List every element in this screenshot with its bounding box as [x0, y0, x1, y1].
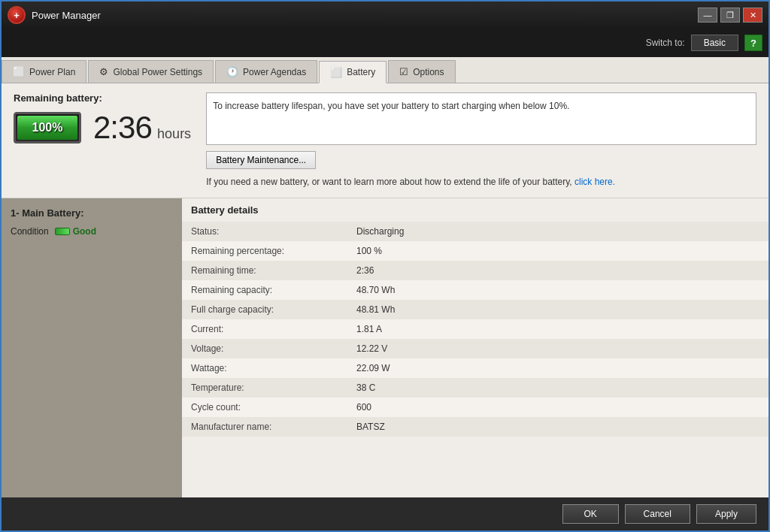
right-section: To increase battery lifespan, you have s…: [206, 92, 756, 189]
hours-label: hours: [157, 126, 191, 141]
restore-button[interactable]: ❐: [720, 8, 740, 23]
bottom-section: 1- Main Battery: Condition Good Battery …: [2, 198, 768, 497]
sidebar: 1- Main Battery: Condition Good: [2, 198, 182, 497]
footer: OK Cancel Apply: [2, 497, 768, 530]
battery-tip: [80, 122, 81, 134]
detail-label: Remaining capacity:: [182, 280, 347, 300]
details-table: Status:DischargingRemaining percentage:1…: [182, 222, 768, 437]
detail-value: 48.81 Wh: [347, 300, 768, 319]
options-icon: ☑: [399, 66, 408, 77]
condition-label: Condition: [11, 226, 49, 237]
detail-value: Discharging: [347, 222, 768, 241]
detail-value: 12.22 V: [347, 339, 768, 358]
table-row: Voltage:12.22 V: [182, 339, 768, 358]
detail-value: 2:36: [347, 261, 768, 280]
switch-to-label: Switch to:: [646, 38, 685, 48]
good-indicator: Good: [55, 226, 96, 237]
tab-battery[interactable]: ⬜ Battery: [319, 61, 387, 83]
table-row: Remaining time:2:36: [182, 261, 768, 280]
detail-label: Voltage:: [182, 339, 347, 358]
detail-label: Status:: [182, 222, 347, 241]
minimize-button[interactable]: —: [698, 8, 717, 23]
info-text: To increase battery lifespan, you have s…: [213, 101, 569, 111]
battery-display: 100% 2:36 hours: [14, 110, 191, 146]
top-section: Remaining battery: 100% 2:36 hours: [2, 83, 768, 198]
info-text-2: If you need a new battery, or want to le…: [206, 175, 756, 189]
detail-label: Full charge capacity:: [182, 300, 347, 319]
tab-global-power-settings[interactable]: ⚙ Global Power Settings: [88, 60, 214, 83]
tab-power-plan-label: Power Plan: [29, 67, 75, 77]
detail-value: 600: [347, 397, 768, 417]
tabs-bar: ⬜ Power Plan ⚙ Global Power Settings 🕐 P…: [2, 57, 768, 83]
app-icon: +: [8, 6, 26, 24]
info-text2-part1: If you need a new battery, or want to le…: [206, 177, 572, 187]
content-area: Remaining battery: 100% 2:36 hours: [2, 83, 768, 497]
good-icon: [55, 228, 70, 235]
detail-label: Remaining time:: [182, 261, 347, 280]
tab-battery-label: Battery: [347, 67, 375, 77]
click-here-link[interactable]: click here.: [574, 177, 615, 187]
detail-label: Remaining percentage:: [182, 241, 347, 261]
table-row: Remaining percentage:100 %: [182, 241, 768, 261]
left-section: Remaining battery: 100% 2:36 hours: [14, 92, 191, 189]
detail-value: BATSZ: [347, 417, 768, 437]
sidebar-title: 1- Main Battery:: [11, 207, 173, 219]
info-box: To increase battery lifespan, you have s…: [206, 92, 756, 145]
switch-to-area: Switch to: Basic ?: [646, 35, 762, 51]
header-bar: Switch to: Basic ?: [2, 29, 768, 57]
remaining-battery-label: Remaining battery:: [14, 92, 191, 104]
table-row: Temperature:38 C: [182, 378, 768, 397]
table-row: Cycle count:600: [182, 397, 768, 417]
basic-button[interactable]: Basic: [691, 35, 738, 51]
close-button[interactable]: ✕: [743, 8, 762, 23]
battery-maintenance-button[interactable]: Battery Maintenance...: [206, 151, 316, 169]
detail-value: 48.70 Wh: [347, 280, 768, 300]
table-row: Current:1.81 A: [182, 319, 768, 339]
tab-power-agendas-label: Power Agendas: [243, 67, 306, 77]
battery-percent: 100%: [32, 121, 63, 135]
table-row: Manufacturer name:BATSZ: [182, 417, 768, 437]
ok-button[interactable]: OK: [562, 504, 619, 524]
tab-power-agendas[interactable]: 🕐 Power Agendas: [215, 60, 317, 83]
cancel-button[interactable]: Cancel: [625, 504, 690, 524]
battery-icon-container: 100%: [14, 112, 81, 144]
window-title: Power Manager: [32, 10, 101, 21]
title-bar: + Power Manager — ❐ ✕: [2, 2, 768, 29]
battery-tab-icon: ⬜: [330, 67, 342, 78]
power-agendas-icon: 🕐: [226, 66, 238, 77]
detail-label: Wattage:: [182, 358, 347, 378]
detail-value: 100 %: [347, 241, 768, 261]
detail-label: Cycle count:: [182, 397, 347, 417]
detail-value: 22.09 W: [347, 358, 768, 378]
apply-button[interactable]: Apply: [696, 504, 756, 524]
details-panel: Battery details Status:DischargingRemain…: [182, 198, 768, 497]
tab-options-label: Options: [413, 67, 444, 77]
tab-global-power-settings-label: Global Power Settings: [113, 67, 202, 77]
sidebar-battery-condition: Condition Good: [11, 226, 173, 237]
detail-label: Manufacturer name:: [182, 417, 347, 437]
detail-label: Temperature:: [182, 378, 347, 397]
time-container: 2:36 hours: [93, 110, 191, 146]
time-display: 2:36: [93, 110, 152, 145]
table-row: Wattage:22.09 W: [182, 358, 768, 378]
help-button[interactable]: ?: [744, 35, 762, 51]
tab-power-plan[interactable]: ⬜ Power Plan: [2, 60, 86, 83]
main-window: + Power Manager — ❐ ✕ Switch to: Basic ?…: [0, 0, 770, 532]
table-row: Remaining capacity:48.70 Wh: [182, 280, 768, 300]
table-row: Full charge capacity:48.81 Wh: [182, 300, 768, 319]
power-plan-icon: ⬜: [13, 66, 25, 77]
detail-value: 38 C: [347, 378, 768, 397]
good-label: Good: [73, 226, 96, 237]
detail-value: 1.81 A: [347, 319, 768, 339]
details-title: Battery details: [182, 198, 768, 222]
tab-options[interactable]: ☑ Options: [388, 60, 455, 83]
table-row: Status:Discharging: [182, 222, 768, 241]
title-bar-left: + Power Manager: [8, 6, 101, 24]
battery-body: 100%: [14, 112, 81, 144]
detail-label: Current:: [182, 319, 347, 339]
global-power-settings-icon: ⚙: [99, 66, 108, 77]
title-bar-controls: — ❐ ✕: [698, 8, 762, 23]
